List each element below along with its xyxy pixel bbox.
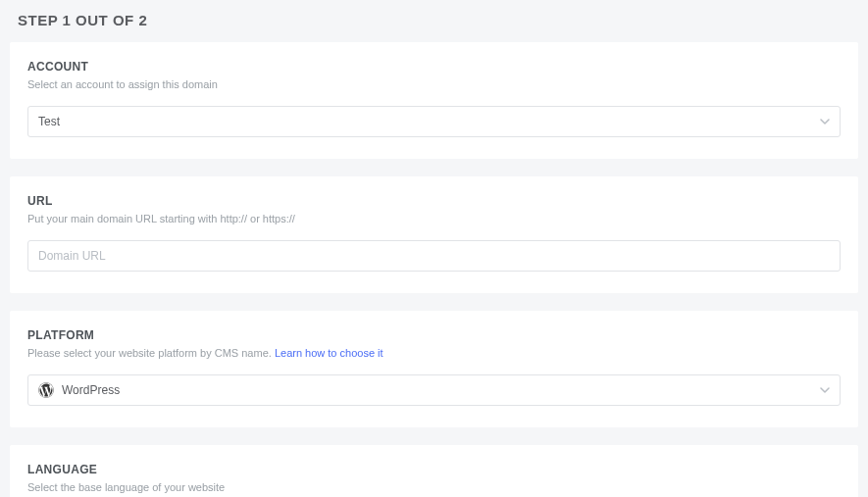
account-selected-value: Test (38, 115, 60, 128)
chevron-down-icon (820, 385, 830, 395)
platform-label: PLATFORM (27, 328, 841, 342)
language-label: LANGUAGE (27, 463, 841, 476)
account-hint: Select an account to assign this domain (27, 78, 841, 90)
language-card: LANGUAGE Select the base language of you… (10, 445, 858, 497)
url-hint: Put your main domain URL starting with h… (27, 213, 841, 224)
wordpress-icon (38, 382, 54, 398)
platform-card: PLATFORM Please select your website plat… (10, 311, 858, 427)
account-select[interactable]: Test (27, 106, 841, 137)
url-card: URL Put your main domain URL starting wi… (10, 176, 858, 293)
url-label: URL (27, 194, 841, 208)
platform-selected-value: WordPress (62, 383, 120, 397)
chevron-down-icon (820, 117, 830, 126)
page-title: STEP 1 OUT OF 2 (18, 12, 858, 28)
platform-hint-link[interactable]: Learn how to choose it (275, 347, 383, 359)
account-card: ACCOUNT Select an account to assign this… (10, 42, 858, 159)
platform-hint: Please select your website platform by C… (27, 347, 841, 359)
platform-select[interactable]: WordPress (27, 374, 841, 406)
language-hint: Select the base language of your website (27, 481, 841, 493)
account-label: ACCOUNT (27, 60, 841, 74)
platform-hint-text: Please select your website platform by C… (27, 347, 275, 359)
url-input[interactable] (27, 240, 841, 272)
